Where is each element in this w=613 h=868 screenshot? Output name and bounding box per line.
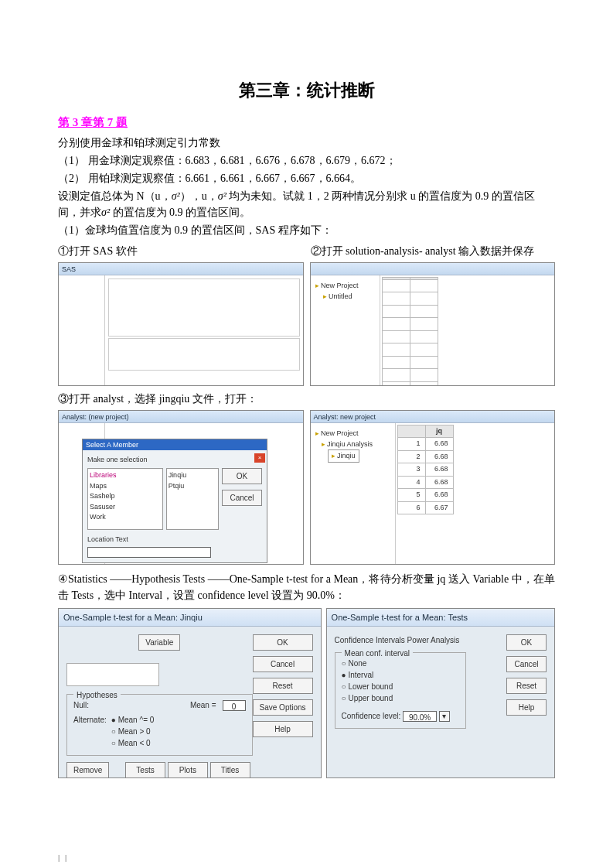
intro-line-2: （2） 用铂球测定观察值：6.661，6.661，6.667，6.667，6.6… bbox=[58, 170, 555, 186]
lib-item[interactable]: Work bbox=[90, 512, 161, 523]
dropdown-icon[interactable]: ▾ bbox=[439, 711, 450, 722]
lib-item[interactable]: Sasuser bbox=[90, 502, 161, 513]
lib-item[interactable]: Maps bbox=[90, 481, 161, 492]
ci-radio-none[interactable]: None bbox=[342, 658, 459, 669]
cancel-button[interactable]: Cancel bbox=[253, 656, 313, 672]
case1-line: （1）金球均值置信度为 0.9 的置信区间，SAS 程序如下： bbox=[58, 222, 555, 238]
window-titlebar bbox=[311, 263, 555, 275]
caption-2: ②打开 solution-analysis- analyst 输入数据并保存 bbox=[303, 243, 556, 259]
confidence-label: Confidence level: bbox=[342, 712, 401, 720]
tree-node-selected[interactable]: Jinqiu bbox=[328, 449, 359, 462]
data-grid bbox=[382, 277, 438, 386]
reset-button[interactable]: Reset bbox=[506, 678, 547, 694]
ttest-dialog: One-Sample t-test for a Mean: Jinqiu Var… bbox=[58, 608, 322, 778]
page-footer: | | bbox=[58, 851, 68, 864]
screenshot-sas-main: SAS bbox=[58, 262, 304, 386]
sigma2-symbol: σ² bbox=[172, 190, 180, 202]
tests-button[interactable]: Tests bbox=[125, 762, 165, 778]
caption-4: ④Statistics ——Hypothesis Tests ——One-Sam… bbox=[58, 571, 555, 603]
lib-item[interactable]: Sashelp bbox=[90, 491, 161, 502]
ok-button[interactable]: OK bbox=[253, 634, 313, 651]
cancel-button[interactable]: Cancel bbox=[506, 656, 547, 672]
tree-node: Untitled bbox=[323, 291, 375, 302]
ci-radio-interval[interactable]: Interval bbox=[342, 669, 459, 681]
mean-label: Mean = bbox=[190, 699, 216, 711]
screenshot-select-member: Analyst: (new project) Select A Member ×… bbox=[58, 410, 304, 565]
location-label: Location Text bbox=[87, 535, 262, 545]
alternate-label: Alternate: bbox=[73, 714, 107, 749]
window-titlebar: SAS bbox=[59, 263, 303, 275]
caption-3: ③打开 analyst，选择 jingqiu 文件，打开： bbox=[58, 391, 555, 407]
data-grid: jq 16.68 26.68 36.68 46.68 56.68 66.67 bbox=[397, 425, 454, 515]
mean-input[interactable]: 0 bbox=[223, 700, 246, 711]
reset-button[interactable]: Reset bbox=[253, 678, 313, 694]
screenshot-row-2: Analyst: (new project) Select A Member ×… bbox=[58, 410, 555, 565]
remove-button[interactable]: Remove bbox=[66, 762, 109, 778]
ttest-tests-dialog: One-Sample t-test for a Mean: Tests Conf… bbox=[326, 608, 555, 778]
variable-button[interactable]: Variable bbox=[138, 634, 180, 651]
member-item[interactable]: Ptqiu bbox=[169, 481, 216, 492]
screenshot-row-1: SAS New Project Untitled bbox=[58, 262, 555, 386]
alt-radio-gt[interactable]: Mean > 0 bbox=[111, 726, 155, 737]
section-heading: 第 3 章第 7 题 bbox=[58, 114, 555, 132]
intro-line-0: 分别使用金球和铂球测定引力常数 bbox=[58, 135, 555, 151]
member-item[interactable]: Jinqiu bbox=[169, 470, 216, 481]
intro-line-3: 设测定值总体为 N（u，σ²），u，σ² 均为未知。试就 1，2 两种情况分别求… bbox=[58, 188, 555, 220]
ci-radio-lower[interactable]: Lower bound bbox=[342, 681, 459, 692]
window-titlebar: Analyst: new project bbox=[311, 411, 555, 423]
alt-radio-lt[interactable]: Mean < 0 bbox=[111, 737, 155, 749]
null-label: Null: bbox=[73, 699, 89, 711]
dialog-subcaption: Make one selection bbox=[87, 455, 262, 466]
variable-listbox[interactable] bbox=[66, 663, 159, 686]
tree-node[interactable]: Jinqiu Analysis bbox=[322, 439, 390, 449]
help-button[interactable]: Help bbox=[506, 699, 547, 716]
tree-node: New Project bbox=[315, 280, 375, 291]
lib-item[interactable]: Libraries bbox=[90, 470, 161, 481]
dialog-row: One-Sample t-test for a Mean: Jinqiu Var… bbox=[58, 608, 555, 778]
close-icon[interactable]: × bbox=[254, 453, 265, 463]
screenshot-analyst-data: Analyst: new project New Project Jinqiu … bbox=[310, 410, 556, 565]
tree-node[interactable]: New Project bbox=[315, 428, 390, 439]
select-member-dialog: Select A Member × Make one selection Lib… bbox=[82, 439, 267, 563]
tabs-row[interactable]: Confidence Intervals Power Analysis bbox=[335, 634, 506, 646]
intro-line-1: （1） 用金球测定观察值：6.683，6.681，6.676，6.678，6.6… bbox=[58, 152, 555, 169]
screenshot-analyst-blank: New Project Untitled bbox=[310, 262, 556, 386]
ok-button[interactable]: OK bbox=[506, 634, 547, 651]
window-titlebar: Analyst: (new project) bbox=[59, 411, 303, 423]
titles-button[interactable]: Titles bbox=[210, 762, 250, 778]
ok-button[interactable]: OK bbox=[222, 468, 262, 484]
dialog-title: Select A Member bbox=[83, 439, 267, 450]
cancel-button[interactable]: Cancel bbox=[222, 490, 262, 506]
dialog-title: One-Sample t-test for a Mean: Jinqiu bbox=[59, 609, 321, 627]
dialog-title: One-Sample t-test for a Mean: Tests bbox=[327, 609, 554, 627]
plots-button[interactable]: Plots bbox=[168, 762, 208, 778]
confidence-input[interactable]: 90.0% bbox=[403, 711, 437, 722]
save-options-button[interactable]: Save Options bbox=[253, 699, 313, 716]
location-input[interactable] bbox=[87, 547, 211, 558]
page-title: 第三章：统计推断 bbox=[58, 77, 555, 103]
alt-radio-neq[interactable]: Mean ^= 0 bbox=[111, 714, 155, 726]
caption-1: ①打开 SAS 软件 bbox=[58, 243, 303, 259]
ci-radio-upper[interactable]: Upper bound bbox=[342, 692, 459, 704]
help-button[interactable]: Help bbox=[253, 721, 313, 737]
hypotheses-fieldset: Hypotheses Null: Mean = 0 Alternate: Mea… bbox=[66, 694, 253, 756]
ci-fieldset: Mean conf. interval None Interval Lower … bbox=[335, 652, 466, 729]
